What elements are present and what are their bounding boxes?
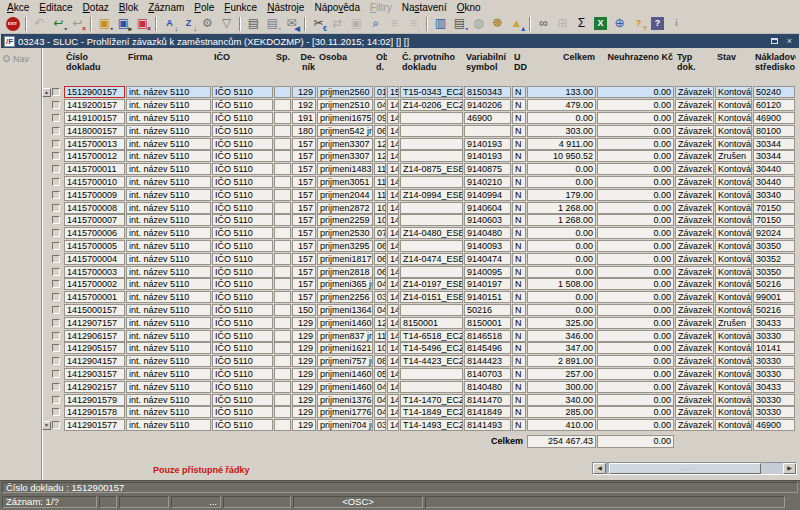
cell-c-prvotniho-dokladu[interactable]: Z14-0197_ESEK01: [400, 278, 463, 290]
cell-obdobi-rok[interactable]: 14: [387, 202, 399, 214]
cell-variabilni-symbol[interactable]: 50216: [464, 304, 511, 316]
cell-ico[interactable]: IČO 5110: [212, 202, 273, 214]
cell-c-prvotniho-dokladu[interactable]: [400, 240, 463, 252]
cell-cislo-dokladu[interactable]: 1415700002: [64, 278, 125, 290]
cell-obdobi-rok[interactable]: 14: [387, 381, 399, 393]
cell-nakladove-stredisko[interactable]: 99001: [753, 291, 795, 303]
cell-cislo-dokladu[interactable]: 1412904157: [64, 355, 125, 367]
cell-obdobi-mesic[interactable]: 12: [374, 150, 386, 162]
cell-stav[interactable]: Kontován: [715, 304, 752, 316]
cell-nakladove-stredisko[interactable]: 92024: [753, 227, 795, 239]
cell-denik[interactable]: 157: [292, 278, 316, 290]
cell-celkem[interactable]: 1 268.00: [527, 202, 596, 214]
cell-stav[interactable]: Kontován: [715, 240, 752, 252]
list-icon[interactable]: ≡: [385, 15, 404, 32]
menu-editace[interactable]: Editace: [34, 1, 77, 14]
cell-typ-dok[interactable]: Závazek k z: [675, 189, 714, 201]
cell-osoba[interactable]: prijmen2872 j: [317, 202, 373, 214]
cell-neuhrazeno-kc[interactable]: 0.00: [597, 342, 674, 354]
cell-stav[interactable]: Kontován: [715, 138, 752, 150]
cell-obdobi-rok[interactable]: 14: [387, 291, 399, 303]
cell-nakladove-stredisko[interactable]: 30330: [753, 368, 795, 380]
cell-celkem[interactable]: 0.00: [527, 291, 596, 303]
cell-nakladove-stredisko[interactable]: 50216: [753, 304, 795, 316]
row-checkbox[interactable]: [52, 255, 60, 263]
cell-osoba[interactable]: prijmeni704 jm: [317, 419, 373, 431]
cell-obdobi-rok[interactable]: 14: [387, 419, 399, 431]
menu-okno[interactable]: Okno: [452, 1, 486, 14]
cell-firma[interactable]: int. název 5110: [126, 355, 211, 367]
cell-c-prvotniho-dokladu[interactable]: T14-1493_ECZK01: [400, 419, 463, 431]
cell-sp[interactable]: [274, 330, 291, 342]
cell-variabilni-symbol[interactable]: 9140604: [464, 202, 511, 214]
cell-stav[interactable]: Kontován: [715, 163, 752, 175]
exit-button[interactable]: EXIT: [3, 15, 22, 32]
cell-c-prvotniho-dokladu[interactable]: [400, 176, 463, 188]
cell-variabilni-symbol[interactable]: 9140193: [464, 138, 511, 150]
cell-stav[interactable]: Kontován: [715, 99, 752, 111]
cell-u-dd[interactable]: N: [512, 317, 526, 329]
cell-osoba[interactable]: prijmen3307 j: [317, 138, 373, 150]
cell-celkem[interactable]: 10 950.52: [527, 150, 596, 162]
cell-celkem[interactable]: 4 911.00: [527, 138, 596, 150]
cell-stav[interactable]: Kontován: [715, 342, 752, 354]
cell-ico[interactable]: IČO 5110: [212, 112, 273, 124]
calculator-icon[interactable]: ⊞: [553, 15, 572, 32]
cell-variabilni-symbol[interactable]: 9140994: [464, 189, 511, 201]
cell-variabilni-symbol[interactable]: 8145496: [464, 342, 511, 354]
cell-c-prvotniho-dokladu[interactable]: [400, 138, 463, 150]
row-checkbox[interactable]: [52, 101, 60, 109]
row-checkbox[interactable]: [52, 408, 60, 416]
cell-ico[interactable]: IČO 5110: [212, 419, 273, 431]
cell-neuhrazeno-kc[interactable]: 0.00: [597, 163, 674, 175]
cell-cislo-dokladu[interactable]: 1419200157: [64, 99, 125, 111]
cell-celkem[interactable]: 0.00: [527, 304, 596, 316]
cell-variabilni-symbol[interactable]: 9140151: [464, 291, 511, 303]
scroll-track-right[interactable]: [761, 463, 783, 474]
cell-variabilni-symbol[interactable]: 8141849: [464, 406, 511, 418]
cell-typ-dok[interactable]: Závazek k z: [675, 291, 714, 303]
cell-nakladove-stredisko[interactable]: 50240: [753, 86, 795, 98]
cell-typ-dok[interactable]: Závazek k z: [675, 240, 714, 252]
folder-insert-icon[interactable]: ▣▸: [114, 15, 133, 32]
cell-u-dd[interactable]: N: [512, 125, 526, 137]
cell-nakladove-stredisko[interactable]: 30433: [753, 317, 795, 329]
cell-ico[interactable]: IČO 5110: [212, 317, 273, 329]
cell-firma[interactable]: int. název 5110: [126, 368, 211, 380]
cell-osoba[interactable]: prijmeni1817 j: [317, 253, 373, 265]
cell-celkem[interactable]: 179.00: [527, 189, 596, 201]
cell-stav[interactable]: Kontován: [715, 202, 752, 214]
cell-sp[interactable]: [274, 125, 291, 137]
cell-firma[interactable]: int. název 5110: [126, 317, 211, 329]
cell-sp[interactable]: [274, 150, 291, 162]
cell-osoba[interactable]: prijmen2560 j: [317, 86, 373, 98]
cell-nakladove-stredisko[interactable]: 30440: [753, 163, 795, 175]
cell-sp[interactable]: [274, 304, 291, 316]
scroll-thumb[interactable]: ∙∙∙∙∙∙: [609, 463, 761, 474]
cell-u-dd[interactable]: N: [512, 112, 526, 124]
cell-osoba[interactable]: prijmen2044 j: [317, 189, 373, 201]
cell-typ-dok[interactable]: Závazek k z: [675, 150, 714, 162]
menu-funkce[interactable]: Funkce: [219, 1, 262, 14]
cell-typ-dok[interactable]: Závazek k z: [675, 125, 714, 137]
cell-stav[interactable]: Kontován: [715, 253, 752, 265]
cell-sp[interactable]: [274, 266, 291, 278]
cell-typ-dok[interactable]: Závazek k z: [675, 381, 714, 393]
cell-u-dd[interactable]: N: [512, 240, 526, 252]
cell-c-prvotniho-dokladu[interactable]: Z14-0206_ECZK01: [400, 99, 463, 111]
cell-sp[interactable]: [274, 394, 291, 406]
cell-celkem[interactable]: 347.00: [527, 342, 596, 354]
cell-celkem[interactable]: 1 508.00: [527, 278, 596, 290]
cell-osoba[interactable]: prijmeni1460 j: [317, 381, 373, 393]
cell-obdobi-rok[interactable]: 14: [387, 253, 399, 265]
cell-variabilni-symbol[interactable]: 9140093: [464, 240, 511, 252]
cell-nakladove-stredisko[interactable]: 30340: [753, 189, 795, 201]
cell-variabilni-symbol[interactable]: 9140193: [464, 150, 511, 162]
scroll-right-button[interactable]: ▶: [783, 463, 796, 474]
cell-stav[interactable]: Zrušen: [715, 150, 752, 162]
cell-c-prvotniho-dokladu[interactable]: T14-1470_ECZK01: [400, 394, 463, 406]
row-checkbox[interactable]: [52, 357, 60, 365]
print-icon[interactable]: ▤: [244, 15, 263, 32]
cell-typ-dok[interactable]: Závazek k z: [675, 202, 714, 214]
help-icon[interactable]: ?: [648, 15, 667, 32]
